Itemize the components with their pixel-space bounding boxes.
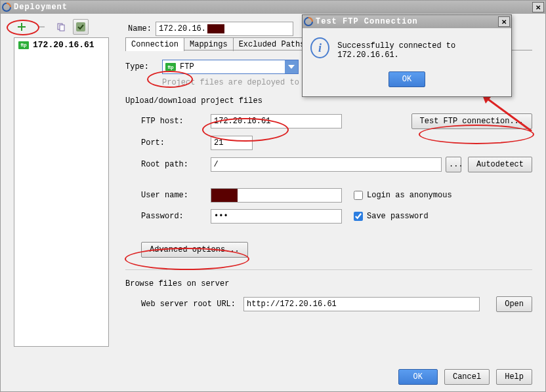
save-password-checkbox-input[interactable]: [354, 212, 363, 221]
app-logo-icon: [2, 3, 11, 12]
ok-button[interactable]: OK: [398, 369, 438, 385]
open-url-button[interactable]: Open: [496, 296, 532, 312]
tab-excluded-paths[interactable]: Excluded Paths: [233, 37, 311, 51]
server-list-item[interactable]: ftp 172.20.16.61: [14, 38, 108, 52]
ftp-icon: ftp: [18, 41, 29, 49]
add-server-button[interactable]: [14, 19, 30, 35]
info-icon: i: [310, 37, 329, 58]
app-logo-icon: [304, 17, 313, 26]
check-icon: [75, 22, 86, 32]
window-titlebar: Deployment ✕: [1, 1, 545, 14]
window-close-button[interactable]: ✕: [532, 2, 544, 12]
ftp-host-label: FTP host:: [141, 117, 211, 126]
test-ftp-button[interactable]: Test FTP connection...: [411, 113, 532, 129]
upload-section-title: Upload/download project files: [125, 96, 532, 106]
web-root-url-input[interactable]: [243, 297, 480, 311]
root-path-input[interactable]: [211, 157, 442, 172]
password-input[interactable]: [211, 209, 342, 224]
root-path-label: Root path:: [141, 160, 211, 169]
type-label: Type:: [125, 62, 162, 71]
redacted-segment: [211, 189, 238, 202]
port-input[interactable]: [211, 136, 253, 150]
dialog-close-button[interactable]: ✕: [498, 16, 510, 27]
server-list[interactable]: ftp 172.20.16.61: [14, 37, 109, 347]
remove-server-button[interactable]: [33, 19, 49, 35]
advanced-options-button[interactable]: Advanced options...: [141, 242, 248, 258]
use-server-button[interactable]: [73, 19, 89, 35]
section-divider: [125, 269, 532, 270]
window-title: Deployment: [14, 3, 532, 12]
tab-connection[interactable]: Connection: [125, 37, 184, 51]
copy-icon: [56, 22, 66, 31]
dialog-buttons: OK Cancel Help: [398, 369, 532, 385]
port-label: Port:: [141, 138, 211, 147]
anonymous-checkbox[interactable]: Login as anonymous: [354, 191, 452, 200]
username-label: User name:: [141, 191, 211, 200]
svg-rect-3: [76, 22, 85, 31]
anonymous-checkbox-input[interactable]: [354, 191, 363, 200]
plus-icon: [17, 22, 26, 31]
name-label: Name:: [119, 24, 152, 33]
connection-form: Type: ftp FTP Project files are deployed…: [125, 60, 532, 319]
cancel-button[interactable]: Cancel: [444, 369, 490, 385]
password-label: Password:: [141, 212, 211, 221]
copy-server-button[interactable]: [53, 19, 69, 35]
test-ftp-dialog: Test FTP Connection ✕ i Successfully con…: [302, 14, 512, 97]
name-input[interactable]: 172.20.16.: [156, 22, 293, 36]
tab-mappings[interactable]: Mappings: [184, 37, 234, 51]
dialog-title: Test FTP Connection: [316, 17, 498, 26]
ftp-host-input[interactable]: [211, 114, 342, 128]
minus-icon: [37, 22, 46, 31]
redacted-segment: [207, 24, 224, 33]
browse-section-title: Browse files on server: [125, 279, 532, 288]
tab-bar: Connection Mappings Excluded Paths: [125, 37, 310, 51]
autodetect-button[interactable]: Autodetect: [468, 157, 532, 172]
dialog-ok-button[interactable]: OK: [388, 71, 425, 87]
browse-root-button[interactable]: ...: [446, 157, 461, 172]
dialog-message: Successfully connected to 172.20.16.61.: [337, 37, 503, 60]
chevron-down-icon: [285, 60, 298, 73]
dialog-titlebar: Test FTP Connection ✕: [303, 15, 511, 28]
username-input[interactable]: [211, 188, 342, 203]
help-button[interactable]: Help: [496, 369, 532, 385]
svg-rect-2: [60, 25, 64, 31]
web-root-url-label: Web server root URL:: [141, 300, 243, 309]
type-select[interactable]: ftp FTP: [162, 60, 299, 74]
save-password-checkbox[interactable]: Save password: [354, 212, 429, 221]
server-toolbar: [14, 19, 89, 35]
type-value: FTP: [180, 62, 285, 71]
ftp-icon: ftp: [165, 63, 176, 71]
server-item-label: 172.20.16.61: [33, 40, 94, 50]
